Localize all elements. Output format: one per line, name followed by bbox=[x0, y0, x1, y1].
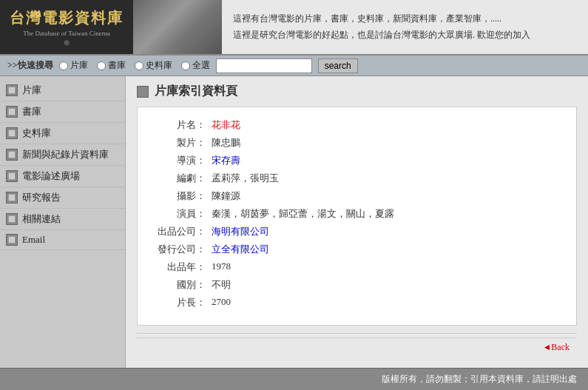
sidebar-label-links: 相關連結 bbox=[22, 212, 61, 226]
sidebar-icon-news bbox=[6, 149, 18, 161]
radio-all[interactable] bbox=[181, 61, 190, 70]
sidebar-label-history: 史料庫 bbox=[22, 127, 51, 140]
sidebar-item-email[interactable]: Email bbox=[0, 230, 125, 250]
radio-history-label: 史料庫 bbox=[146, 59, 172, 72]
search-button[interactable]: search bbox=[318, 58, 358, 73]
radio-item-book[interactable]: 書庫 bbox=[97, 59, 126, 72]
value-screenplay: 孟莉萍，張明玉 bbox=[212, 172, 279, 185]
record-row-cinematography: 攝影： 陳鐘源 bbox=[152, 189, 561, 203]
radio-item-all[interactable]: 全選 bbox=[181, 59, 210, 72]
page-title: 片庫索引資料頁 bbox=[155, 84, 237, 99]
label-year: 出品年： bbox=[152, 260, 212, 274]
value-production-company[interactable]: 海明有限公司 bbox=[212, 225, 269, 238]
label-title: 片名： bbox=[152, 118, 212, 132]
sidebar-icon-forum bbox=[6, 170, 18, 182]
logo-subtitle: The Database of Taiwan Cinema bbox=[23, 30, 110, 37]
label-distribution-company: 發行公司： bbox=[152, 243, 212, 256]
header-image bbox=[133, 0, 222, 54]
record-row-producer: 製片： 陳忠鵬 bbox=[152, 136, 561, 149]
sidebar-label-film: 片庫 bbox=[22, 84, 41, 97]
sidebar-item-forum[interactable]: 電影論述廣場 bbox=[0, 166, 125, 187]
value-producer: 陳忠鵬 bbox=[212, 136, 240, 149]
label-producer: 製片： bbox=[152, 136, 212, 149]
record-row-duration: 片長： 2700 bbox=[152, 296, 561, 309]
header: 台灣電影資料庫 The Database of Taiwan Cinema ⊕ … bbox=[0, 0, 588, 56]
value-country: 不明 bbox=[212, 278, 231, 292]
radio-film-label: 片庫 bbox=[70, 59, 88, 72]
sidebar-item-history[interactable]: 史料庫 bbox=[0, 123, 125, 144]
record-row-production-company: 出品公司： 海明有限公司 bbox=[152, 225, 561, 238]
radio-item-film[interactable]: 片庫 bbox=[59, 59, 88, 72]
record-row-director: 導演： 宋存壽 bbox=[152, 154, 561, 167]
search-input[interactable] bbox=[216, 58, 312, 73]
record-row-year: 出品年： 1978 bbox=[152, 260, 561, 274]
label-cast: 演員： bbox=[152, 207, 212, 221]
value-cast: 秦漢，胡茵夢，歸亞蕾，湯文，關山，夏露 bbox=[212, 207, 394, 221]
sidebar-item-book[interactable]: 書庫 bbox=[0, 101, 125, 123]
record-row-country: 國別： 不明 bbox=[152, 278, 561, 292]
sidebar-item-news[interactable]: 新聞與紀錄片資料庫 bbox=[0, 144, 125, 166]
record-row-cast: 演員： 秦漢，胡茵夢，歸亞蕾，湯文，關山，夏露 bbox=[152, 207, 561, 221]
separator bbox=[137, 333, 577, 334]
value-duration: 2700 bbox=[212, 296, 231, 309]
radio-history[interactable] bbox=[135, 61, 143, 70]
content-area: 片庫索引資料頁 片名： 花非花 製片： 陳忠鵬 導演： 宋存壽 編劇： 孟莉萍，… bbox=[126, 76, 588, 368]
radio-film[interactable] bbox=[59, 61, 68, 70]
page-title-bar: 片庫索引資料頁 bbox=[137, 84, 577, 99]
sidebar-item-links[interactable]: 相關連結 bbox=[0, 209, 125, 230]
radio-book-label: 書庫 bbox=[108, 59, 126, 72]
sidebar-icon-book bbox=[6, 106, 18, 118]
label-cinematography: 攝影： bbox=[152, 189, 212, 203]
header-text-area: 這裡有台灣電影的片庫，書庫，史料庫，新聞資料庫，產業智庫，..... 這裡是研究… bbox=[222, 0, 588, 54]
sidebar-label-news: 新聞與紀錄片資料庫 bbox=[22, 148, 109, 161]
logo-icon: ⊕ bbox=[64, 38, 70, 47]
sidebar-label-forum: 電影論述廣場 bbox=[22, 169, 80, 183]
nav-radio-group: 片庫 書庫 史料庫 全選 bbox=[59, 59, 210, 72]
record-row-screenplay: 編劇： 孟莉萍，張明玉 bbox=[152, 172, 561, 185]
sidebar-icon-film bbox=[6, 84, 18, 96]
sidebar-item-film[interactable]: 片庫 bbox=[0, 80, 125, 101]
radio-book[interactable] bbox=[97, 61, 106, 70]
header-text-line2: 這裡是研究台灣電影的好起點，也是討論台灣電影的大眾廣場. 歡迎您的加入 bbox=[233, 27, 577, 44]
sidebar-label-research: 研究報告 bbox=[22, 191, 61, 204]
sidebar-label-book: 書庫 bbox=[22, 105, 41, 118]
value-year: 1978 bbox=[212, 260, 231, 274]
footer-text: 版權所有，請勿翻製；引用本資料庫，請註明出處 bbox=[382, 373, 577, 386]
label-duration: 片長： bbox=[152, 296, 212, 309]
sidebar-icon-email bbox=[6, 234, 18, 246]
label-country: 國別： bbox=[152, 278, 212, 292]
record-card: 片名： 花非花 製片： 陳忠鵬 導演： 宋存壽 編劇： 孟莉萍，張明玉 攝影： … bbox=[137, 107, 577, 326]
header-text-line1: 這裡有台灣電影的片庫，書庫，史料庫，新聞資料庫，產業智庫，..... bbox=[233, 11, 577, 27]
sidebar-label-email: Email bbox=[22, 234, 45, 246]
radio-item-history[interactable]: 史料庫 bbox=[135, 59, 172, 72]
footer: 版權所有，請勿翻製；引用本資料庫，請註明出處 bbox=[0, 368, 588, 390]
value-title: 花非花 bbox=[212, 118, 240, 132]
logo-title: 台灣電影資料庫 bbox=[10, 8, 124, 27]
record-row-distribution-company: 發行公司： 立全有限公司 bbox=[152, 243, 561, 256]
sidebar: 片庫 書庫 史料庫 新聞與紀錄片資料庫 電影論述廣場 研究報告 相關連結 Em bbox=[0, 76, 126, 368]
logo-area: 台灣電影資料庫 The Database of Taiwan Cinema ⊕ bbox=[0, 0, 133, 54]
quick-search-label: >>快速搜尋 bbox=[7, 59, 53, 72]
header-image-placeholder bbox=[133, 0, 222, 54]
value-cinematography: 陳鐘源 bbox=[212, 189, 240, 203]
radio-all-label: 全選 bbox=[192, 59, 210, 72]
sidebar-icon-links bbox=[6, 213, 18, 225]
label-director: 導演： bbox=[152, 154, 212, 167]
main-area: 片庫 書庫 史料庫 新聞與紀錄片資料庫 電影論述廣場 研究報告 相關連結 Em bbox=[0, 76, 588, 368]
page-title-icon bbox=[137, 86, 149, 98]
sidebar-icon-research bbox=[6, 192, 18, 204]
label-screenplay: 編劇： bbox=[152, 172, 212, 185]
sidebar-item-research[interactable]: 研究報告 bbox=[0, 187, 125, 209]
sidebar-icon-history bbox=[6, 127, 18, 139]
value-director[interactable]: 宋存壽 bbox=[212, 154, 240, 167]
back-button[interactable]: ◄Back bbox=[542, 342, 570, 353]
value-distribution-company[interactable]: 立全有限公司 bbox=[212, 243, 269, 256]
nav-bar: >>快速搜尋 片庫 書庫 史料庫 全選 search bbox=[0, 56, 588, 76]
back-nav: ◄Back bbox=[137, 337, 577, 357]
record-row-title: 片名： 花非花 bbox=[152, 118, 561, 132]
label-production-company: 出品公司： bbox=[152, 225, 212, 238]
